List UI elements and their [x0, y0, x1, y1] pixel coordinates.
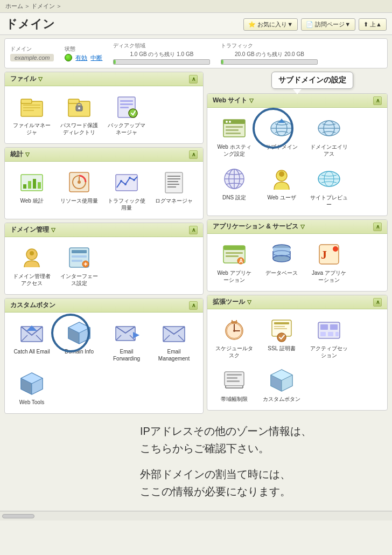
password-protect-label: パスワード保護ディレクトリ — [60, 122, 99, 136]
website-section-label: Web サイト — [213, 96, 247, 105]
email-forwarding-label: Email Forwarding — [107, 348, 146, 362]
custom-button-section: カスタムボタン ∧ Catch Al — [4, 298, 204, 414]
traffic-progress-fill — [221, 60, 223, 64]
svg-rect-13 — [120, 107, 129, 108]
disk-item: ディスク領域 1.0 GB のうち残り 1.0 GB — [113, 42, 210, 65]
java-app-item[interactable]: J Java アプリケーション — [307, 239, 351, 286]
web-user-label: Web ユーザ — [267, 194, 296, 201]
disk-progress-wrap: 1.0 GB のうち残り 1.0 GB — [113, 51, 210, 65]
active-session-item[interactable]: アクティブセッション — [307, 315, 351, 361]
resource-usage-item[interactable]: リソース使用量 — [58, 167, 101, 206]
custom-button-collapse-btn[interactable]: ∧ — [189, 301, 198, 310]
domain-admin-title: ドメイン管理 ▽ — [10, 225, 55, 234]
database-item[interactable]: データベース — [260, 239, 303, 279]
annotation-area: IPアドレスその他のゾーン情報は、 こちらからご確認下さい。 外部ドメインの割当… — [0, 417, 392, 505]
log-manager-item[interactable]: ログマネージャ — [152, 167, 195, 206]
svg-rect-88 — [226, 252, 243, 254]
subdomain-item[interactable]: サブドメイン — [260, 113, 303, 152]
domain-info-item[interactable]: Domain Info — [58, 318, 101, 357]
site-preview-item[interactable]: サイトプレビュー — [307, 164, 351, 210]
svg-rect-89 — [226, 255, 239, 257]
file-collapse-btn[interactable]: ∧ — [189, 75, 198, 84]
svg-point-26 — [124, 183, 127, 185]
status-green-icon — [65, 54, 72, 61]
website-collapse-btn[interactable]: ∧ — [373, 96, 382, 105]
ssl-cert-item[interactable]: SSL 証明書 — [260, 315, 303, 354]
custom-button-content: Catch All Email Domain Info — [5, 313, 203, 413]
email-forwarding-item[interactable]: Email Forwarding — [105, 318, 148, 364]
email-forwarding-icon — [114, 320, 139, 346]
bandwidth-limit-item[interactable]: 帯域幅制限 — [213, 365, 256, 405]
custom-button-item[interactable]: カスタムボタン — [260, 365, 303, 405]
email-management-item[interactable]: Email Management — [152, 318, 195, 364]
web-hosting-item[interactable]: Web ホスティング設定 — [213, 113, 256, 159]
traffic-usage-item[interactable]: トラフィック使用量 — [105, 167, 148, 213]
file-manager-item[interactable]: ファイルマネージャ — [10, 92, 53, 138]
svg-rect-122 — [227, 377, 237, 379]
favorite-button[interactable]: ⭐ お気に入り▼ — [243, 18, 298, 31]
website-section-content: Web ホスティング設定 — [207, 108, 387, 216]
custom-button-label: カスタムボタン — [10, 301, 55, 310]
log-manager-label: ログマネージャ — [155, 197, 193, 204]
svg-rect-110 — [274, 322, 289, 324]
extended-tools-triangle: ▽ — [247, 299, 251, 305]
subdomain-tooltip-text: サブドメインの設定 — [271, 72, 353, 89]
domain-alias-item[interactable]: ドメインエイリアス — [307, 113, 351, 159]
backup-manager-item[interactable]: バックアップマネージャ — [105, 92, 148, 138]
svg-rect-123 — [227, 380, 240, 382]
extended-tools-collapse-btn[interactable]: ∧ — [373, 298, 382, 307]
svg-rect-30 — [167, 176, 180, 177]
svg-rect-112 — [274, 328, 287, 329]
stats-collapse-btn[interactable]: ∧ — [189, 150, 198, 159]
breadcrumb-sep2: ＞ — [56, 2, 62, 10]
domain-admin-access-item[interactable]: ドメイン管理者アクセス — [10, 242, 53, 289]
app-services-section: アプリケーション & サービス ▽ ∧ A — [207, 219, 388, 292]
svg-point-25 — [120, 180, 122, 182]
password-protect-item[interactable]: パスワード保護ディレクトリ — [58, 92, 101, 138]
file-section-triangle: ▽ — [38, 76, 43, 82]
active-session-icon — [316, 317, 342, 343]
up-button[interactable]: ⬆ 上▲ — [359, 18, 387, 31]
visit-page-button[interactable]: 📄 訪問ページ▼ — [301, 18, 355, 31]
web-user-item[interactable]: Web ユーザ — [260, 164, 303, 203]
web-tools-item[interactable]: Web Tools — [10, 369, 53, 408]
horizontal-scrollbar[interactable] — [0, 511, 392, 521]
bandwidth-limit-label: 帯域幅制限 — [221, 396, 248, 403]
scrollbar-thumb[interactable] — [2, 514, 34, 518]
interface-settings-item[interactable]: インターフェース設定 — [58, 242, 101, 289]
svg-rect-117 — [320, 332, 326, 336]
stats-section-title: 統計 ▽ — [10, 150, 30, 159]
traffic-item: トラフィック 20.0 GB のうち残り 20.0 GB — [221, 42, 318, 65]
domain-admin-collapse-btn[interactable]: ∧ — [189, 226, 198, 234]
web-stats-icon — [19, 169, 45, 195]
breadcrumb-domain[interactable]: ドメイン — [31, 2, 55, 10]
java-app-icon: J — [316, 241, 342, 267]
app-services-collapse-btn[interactable]: ∧ — [373, 223, 382, 231]
breadcrumb-home[interactable]: ホーム — [5, 2, 23, 10]
svg-point-113 — [277, 333, 286, 342]
web-stats-item[interactable]: Web 統計 — [10, 167, 53, 206]
annotation-line1: IPアドレスその他のゾーン情報は、 — [140, 422, 381, 440]
subdomain-tooltip: サブドメインの設定 — [271, 72, 353, 94]
domain-header: ドメイン ⭐ お気に入り▼ 📄 訪問ページ▼ ⬆ 上▲ — [0, 13, 392, 35]
web-tools-label: Web Tools — [19, 399, 44, 406]
status-suspend-link[interactable]: 中断 — [90, 54, 102, 62]
dns-settings-item[interactable]: DNS 設定 — [213, 164, 256, 203]
website-section-header: Web サイト ▽ ∧ — [207, 94, 387, 108]
status-active-link[interactable]: 有効 — [75, 54, 87, 62]
website-section-triangle: ▽ — [249, 98, 254, 103]
schedule-task-item[interactable]: スケジュールタスク — [213, 315, 256, 361]
svg-rect-40 — [72, 260, 82, 262]
domain-info-bar: ドメイン example.com 状態 有効 中断 ディスク領域 1.0 GB … — [4, 38, 388, 68]
catch-all-email-item[interactable]: Catch All Email — [10, 318, 53, 357]
breadcrumb-sep1: ＞ — [24, 2, 30, 10]
bandwidth-limit-icon — [221, 367, 247, 393]
app-services-content: A Web アプリケーション — [207, 234, 387, 291]
disk-progress-bar — [113, 59, 210, 65]
stats-section-content: Web 統計 リソース使用量 — [5, 162, 203, 219]
web-app-item[interactable]: A Web アプリケーション — [213, 239, 256, 286]
svg-rect-17 — [28, 181, 31, 189]
ssl-cert-label: SSL 証明書 — [268, 345, 295, 352]
stats-section-triangle: ▽ — [25, 151, 30, 157]
svg-point-27 — [129, 177, 131, 179]
